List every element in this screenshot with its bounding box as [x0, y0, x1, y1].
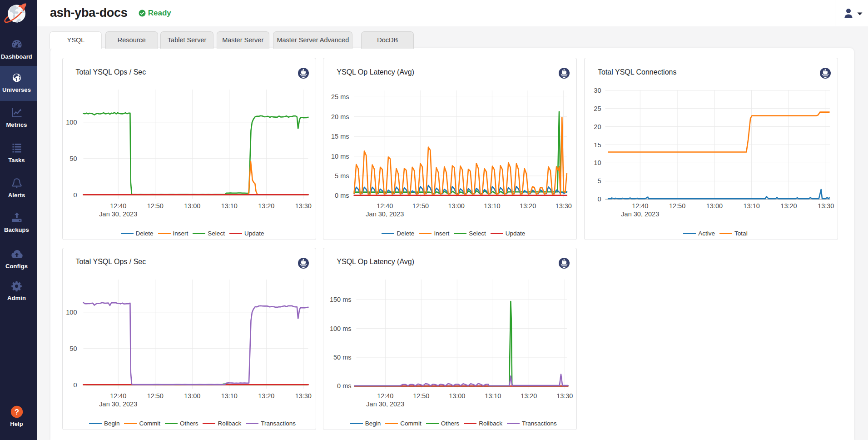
svg-text:13:10: 13:10 — [221, 392, 237, 400]
svg-text:13:00: 13:00 — [184, 202, 200, 210]
svg-text:50: 50 — [69, 345, 77, 352]
svg-text:13:20: 13:20 — [520, 202, 536, 210]
svg-text:13:10: 13:10 — [484, 202, 501, 210]
svg-text:0 ms: 0 ms — [337, 382, 351, 390]
svg-text:13:20: 13:20 — [780, 202, 797, 210]
svg-text:12:50: 12:50 — [147, 202, 163, 210]
svg-text:Jan 30, 2023: Jan 30, 2023 — [367, 400, 405, 407]
svg-text:12:40: 12:40 — [377, 202, 393, 210]
svg-text:12:40: 12:40 — [110, 392, 126, 400]
svg-text:Jan 30, 2023: Jan 30, 2023 — [366, 210, 404, 218]
svg-text:13:30: 13:30 — [556, 392, 573, 400]
svg-text:13:00: 13:00 — [706, 202, 723, 210]
svg-text:10: 10 — [594, 159, 601, 166]
svg-text:15: 15 — [594, 141, 601, 149]
svg-text:13:10: 13:10 — [744, 202, 760, 210]
svg-text:10 ms: 10 ms — [331, 153, 349, 160]
svg-text:15 ms: 15 ms — [331, 133, 349, 140]
svg-text:Jan 30, 2023: Jan 30, 2023 — [621, 210, 659, 218]
svg-text:25 ms: 25 ms — [331, 93, 349, 100]
svg-text:12:50: 12:50 — [669, 202, 685, 210]
svg-text:Jan 30, 2023: Jan 30, 2023 — [99, 210, 137, 218]
svg-text:50: 50 — [69, 155, 77, 162]
svg-text:13:00: 13:00 — [449, 392, 465, 400]
svg-text:150 ms: 150 ms — [330, 296, 352, 303]
svg-text:13:20: 13:20 — [258, 202, 274, 210]
svg-text:12:40: 12:40 — [632, 202, 648, 210]
svg-text:30: 30 — [594, 87, 601, 94]
svg-text:12:40: 12:40 — [110, 202, 126, 210]
svg-text:100 ms: 100 ms — [330, 325, 352, 332]
svg-text:13:10: 13:10 — [221, 202, 237, 210]
svg-text:12:40: 12:40 — [377, 392, 393, 400]
svg-text:0: 0 — [73, 191, 77, 199]
svg-text:12:50: 12:50 — [412, 202, 429, 210]
svg-text:13:10: 13:10 — [485, 392, 501, 400]
svg-text:12:50: 12:50 — [147, 392, 163, 400]
svg-text:0 ms: 0 ms — [335, 192, 349, 199]
svg-text:20 ms: 20 ms — [331, 113, 349, 120]
svg-text:0: 0 — [597, 195, 601, 203]
svg-text:12:50: 12:50 — [413, 392, 429, 400]
svg-text:13:00: 13:00 — [184, 392, 200, 400]
svg-text:13:30: 13:30 — [556, 202, 572, 210]
svg-text:20: 20 — [594, 123, 601, 130]
svg-text:25: 25 — [594, 105, 601, 112]
svg-text:5 ms: 5 ms — [335, 172, 349, 180]
svg-text:13:30: 13:30 — [295, 392, 311, 400]
svg-text:13:20: 13:20 — [258, 392, 274, 400]
svg-text:5: 5 — [597, 177, 601, 185]
svg-text:50 ms: 50 ms — [333, 354, 352, 361]
svg-text:13:20: 13:20 — [521, 392, 537, 400]
svg-text:13:00: 13:00 — [448, 202, 465, 210]
svg-text:13:30: 13:30 — [818, 202, 834, 210]
svg-text:0: 0 — [73, 381, 77, 388]
svg-text:100: 100 — [66, 119, 77, 126]
svg-text:100: 100 — [66, 308, 77, 315]
svg-text:13:30: 13:30 — [295, 202, 311, 210]
svg-text:Jan 30, 2023: Jan 30, 2023 — [99, 400, 137, 407]
svg-text:?: ? — [14, 408, 19, 416]
